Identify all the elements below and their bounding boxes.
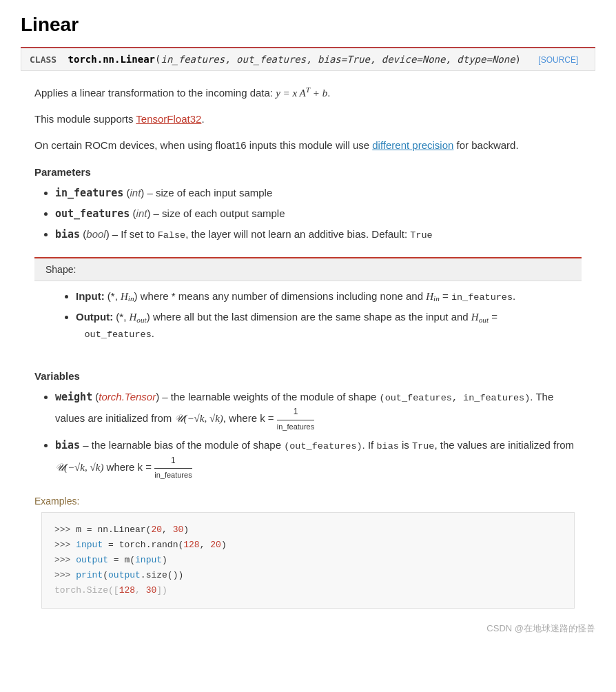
- list-item: Output: (*, Hout) where all but the last…: [76, 309, 561, 343]
- shape-body: Input: (*, Hin) where * means any number…: [34, 281, 582, 356]
- class-name: torch.nn.Linear: [68, 54, 155, 65]
- code-line: >>> print(output.size()): [54, 568, 562, 583]
- shape-section: Shape: Input: (*, Hin) where * means any…: [34, 257, 582, 356]
- list-item: weight (torch.Tensor) – the learnable we…: [55, 389, 582, 433]
- variables-list: weight (torch.Tensor) – the learnable we…: [55, 389, 582, 482]
- watermark: CSDN @在地球迷路的怪兽: [21, 622, 595, 635]
- code-line: torch.Size([128, 30]): [54, 583, 562, 598]
- content-area: Applies a linear transformation to the i…: [21, 85, 595, 609]
- different-precision-link[interactable]: different precision: [372, 139, 453, 151]
- list-item: bias – the learnable bias of the module …: [55, 437, 582, 481]
- list-item: Input: (*, Hin) where * means any number…: [76, 288, 561, 305]
- tensor-float-link[interactable]: TensorFloat32: [136, 113, 201, 125]
- class-params: in_features, out_features, bias=True, de…: [161, 54, 515, 65]
- code-block: >>> m = nn.Linear(20, 30) >>> input = to…: [41, 512, 575, 609]
- class-header: CLASS torch.nn.Linear(in_features, out_f…: [21, 48, 595, 71]
- variables-section: Variables weight (torch.Tensor) – the le…: [34, 370, 582, 482]
- parameters-list: in_features (int) – size of each input s…: [55, 185, 582, 243]
- list-item: out_features (int) – size of each output…: [55, 205, 582, 222]
- page-title: Linear: [21, 14, 595, 36]
- class-keyword: CLASS: [30, 54, 57, 65]
- examples-label: Examples:: [34, 496, 582, 507]
- source-link[interactable]: [SOURCE]: [538, 55, 578, 65]
- parameters-title: Parameters: [34, 166, 582, 178]
- description-1: Applies a linear transformation to the i…: [34, 85, 582, 101]
- list-item: in_features (int) – size of each input s…: [55, 185, 582, 201]
- description-2: This module supports TensorFloat32.: [34, 111, 582, 128]
- list-item: bias (bool) – If set to False, the layer…: [55, 226, 582, 243]
- code-line: >>> m = nn.Linear(20, 30): [54, 522, 562, 538]
- code-line: >>> output = m(input): [54, 553, 562, 568]
- description-3: On certain ROCm devices, when using floa…: [34, 137, 582, 154]
- examples-section: Examples: >>> m = nn.Linear(20, 30) >>> …: [34, 496, 582, 609]
- shape-header: Shape:: [34, 258, 582, 281]
- code-line: >>> input = torch.randn(128, 20): [54, 538, 562, 553]
- variables-title: Variables: [34, 370, 582, 382]
